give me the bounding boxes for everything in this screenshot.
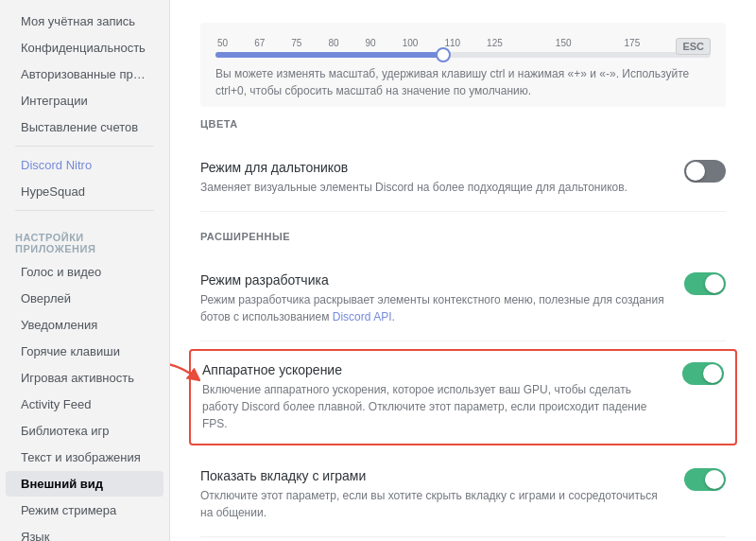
games-tab-toggle-knob bbox=[705, 470, 724, 489]
zoom-tick: 90 bbox=[366, 38, 376, 48]
dev-mode-info: Режим разработчика Режим разработчика ра… bbox=[200, 272, 684, 325]
zoom-tick: 75 bbox=[291, 38, 301, 48]
zoom-track[interactable] bbox=[215, 52, 711, 58]
hardware-row: Аппаратное ускорение Включение аппаратно… bbox=[189, 349, 737, 445]
sidebar-item-integrations[interactable]: Интеграции bbox=[6, 88, 163, 113]
esc-button[interactable]: ESC bbox=[676, 38, 711, 55]
sidebar-item-overlay[interactable]: Оверлей bbox=[6, 286, 163, 311]
games-tab-row: Показать вкладку с играми Отключите этот… bbox=[200, 453, 726, 537]
sidebar-item-voice[interactable]: Голос и видео bbox=[6, 259, 163, 285]
advanced-section: РАСШИРЕННЫЕ Режим разработчика Режим раз… bbox=[200, 231, 726, 541]
zoom-hint: Вы можете изменять масштаб, удерживая кл… bbox=[215, 65, 711, 99]
sidebar-item-text-images[interactable]: Текст и изображения bbox=[6, 445, 163, 470]
test-mode-row: Режим тестирования приложения Введите ко… bbox=[200, 537, 726, 541]
sidebar-item-privacy[interactable]: Конфиденциальность bbox=[6, 35, 163, 61]
zoom-tick: 67 bbox=[254, 38, 265, 48]
dev-mode-row: Режим разработчика Режим разработчика ра… bbox=[200, 257, 726, 341]
zoom-thumb[interactable] bbox=[436, 47, 451, 62]
games-tab-info: Показать вкладку с играми Отключите этот… bbox=[200, 468, 684, 521]
zoom-slider-area: 5067758090100110125150175200 ESC Вы може… bbox=[200, 23, 726, 107]
advanced-section-title: РАСШИРЕННЫЕ bbox=[200, 231, 726, 242]
zoom-tick: 125 bbox=[487, 38, 503, 48]
arrow-annotation bbox=[170, 358, 200, 396]
sidebar-item-streamer[interactable]: Режим стримера bbox=[6, 497, 163, 523]
zoom-tick-marks: 5067758090100110125150175200 bbox=[215, 38, 711, 48]
sidebar-item-authorized[interactable]: Авторизованные прил... bbox=[6, 61, 163, 87]
colorblind-toggle-knob bbox=[686, 162, 705, 181]
hardware-label: Аппаратное ускорение bbox=[202, 362, 667, 377]
dev-mode-toggle-knob bbox=[705, 274, 724, 293]
sidebar-divider bbox=[15, 146, 154, 147]
colorblind-row: Режим для дальтоников Заменяет визуальны… bbox=[200, 145, 726, 212]
main-content: 5067758090100110125150175200 ESC Вы може… bbox=[170, 0, 756, 541]
sidebar-item-language[interactable]: Язык bbox=[6, 524, 163, 541]
dev-mode-label: Режим разработчика bbox=[200, 272, 669, 288]
sidebar-divider bbox=[15, 210, 154, 211]
zoom-tick: 110 bbox=[444, 38, 460, 48]
discord-api-link[interactable]: Discord API bbox=[333, 310, 392, 323]
zoom-tick: 100 bbox=[403, 38, 419, 48]
zoom-tick: 175 bbox=[625, 38, 641, 48]
zoom-tick: 50 bbox=[217, 38, 228, 48]
colorblind-label: Режим для дальтоников bbox=[200, 160, 669, 175]
zoom-tick: 80 bbox=[328, 38, 338, 48]
sidebar-item-hotkeys[interactable]: Горячие клавиши bbox=[6, 339, 163, 364]
zoom-tick: 150 bbox=[556, 38, 572, 48]
sidebar-item-activity-feed[interactable]: Activity Feed bbox=[6, 392, 163, 417]
colorblind-desc: Заменяет визуальные элементы Discord на … bbox=[200, 179, 669, 196]
colors-section-title: ЦВЕТА bbox=[200, 118, 726, 130]
sidebar-item-hypesquad[interactable]: HypeSquad bbox=[6, 179, 163, 204]
dev-mode-desc: Режим разработчика раскрывает элементы к… bbox=[200, 291, 669, 325]
dev-mode-toggle[interactable] bbox=[684, 272, 726, 295]
sidebar: Моя учётная записьКонфиденциальностьАвто… bbox=[0, 0, 170, 541]
sidebar-item-nitro[interactable]: Discord Nitro bbox=[6, 152, 163, 178]
sidebar-item-game-activity[interactable]: Игровая активность bbox=[6, 365, 163, 391]
hardware-desc: Включение аппаратного ускорения, которое… bbox=[202, 381, 667, 432]
colors-section: ЦВЕТА Режим для дальтоников Заменяет виз… bbox=[200, 118, 726, 212]
zoom-fill bbox=[215, 52, 443, 58]
sidebar-item-billing[interactable]: Выставление счетов bbox=[6, 114, 163, 140]
colorblind-info: Режим для дальтоников Заменяет визуальны… bbox=[200, 160, 684, 196]
colorblind-toggle[interactable] bbox=[684, 160, 726, 183]
sidebar-item-account[interactable]: Моя учётная запись bbox=[6, 9, 163, 34]
sidebar-item-game-library[interactable]: Библиотека игр bbox=[6, 418, 163, 444]
hardware-toggle-knob bbox=[703, 364, 722, 383]
hardware-info: Аппаратное ускорение Включение аппаратно… bbox=[202, 362, 682, 432]
sidebar-section-header: НАСТРОЙКИ ПРИЛОЖЕНИЯ bbox=[0, 217, 169, 258]
games-tab-desc: Отключите этот параметр, если вы хотите … bbox=[200, 487, 669, 521]
games-tab-toggle[interactable] bbox=[684, 468, 726, 491]
hardware-toggle[interactable] bbox=[682, 362, 724, 385]
sidebar-item-appearance[interactable]: Внешний вид bbox=[6, 471, 163, 497]
games-tab-label: Показать вкладку с играми bbox=[200, 468, 669, 483]
sidebar-item-notifications[interactable]: Уведомления bbox=[6, 312, 163, 338]
